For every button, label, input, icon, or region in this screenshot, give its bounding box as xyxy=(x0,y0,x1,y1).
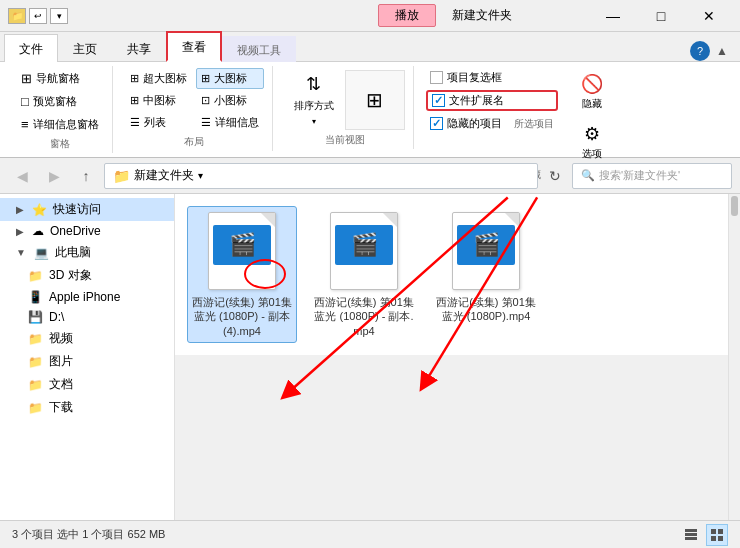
svg-rect-8 xyxy=(718,536,723,541)
sidebar-item-apple-iphone[interactable]: 📱 Apple iPhone xyxy=(0,287,174,307)
file-icon-1: 🎬 xyxy=(202,211,282,291)
btn-nav-pane[interactable]: ⊞ 导航窗格 xyxy=(16,68,104,89)
preview-icon: □ xyxy=(21,94,29,109)
up-button[interactable]: ↑ xyxy=(72,163,100,189)
forward-button[interactable]: ▶ xyxy=(40,163,68,189)
main-area: ▶ ⭐ 快速访问 ▶ ☁ OneDrive ▼ 💻 此电脑 📁 3D 对象 📱 … xyxy=(0,194,740,520)
sidebar-item-3d-objects[interactable]: 📁 3D 对象 xyxy=(0,264,174,287)
collapse-ribbon-icon[interactable]: ▲ xyxy=(716,44,728,58)
3d-objects-icon: 📁 xyxy=(28,269,43,283)
large-icon: ⊞ xyxy=(201,72,210,85)
downloads-icon: 📁 xyxy=(28,401,43,415)
scrollbar[interactable] xyxy=(728,194,740,520)
onedrive-arrow: ▶ xyxy=(16,226,24,237)
svg-rect-4 xyxy=(685,537,697,540)
item-checkbox-row[interactable]: 项目复选框 xyxy=(426,68,558,87)
close-button[interactable]: ✕ xyxy=(686,1,732,31)
d-drive-icon: 💾 xyxy=(28,310,43,324)
search-placeholder: 搜索'新建文件夹' xyxy=(599,168,680,183)
details-icon: ≡ xyxy=(21,117,29,132)
3d-objects-label: 3D 对象 xyxy=(49,267,92,284)
clapboard-icon-2: 🎬 xyxy=(351,232,378,258)
large-icons-view-button[interactable] xyxy=(706,524,728,546)
iphone-icon: 📱 xyxy=(28,290,43,304)
back-button[interactable]: ◀ xyxy=(8,163,36,189)
this-pc-label: 此电脑 xyxy=(55,244,91,261)
svg-rect-2 xyxy=(685,529,697,532)
options-icon: ⚙ xyxy=(584,123,600,145)
tab-home[interactable]: 主页 xyxy=(58,34,112,62)
video-strip-1: 🎬 xyxy=(213,225,271,265)
file-item-3[interactable]: 🎬 西游记(续集) 第01集 蓝光 (1080P).mp4 xyxy=(431,206,541,343)
quick-access-dropdown[interactable]: ▾ xyxy=(50,8,68,24)
current-view-content: ⇅ 排序方式 ▾ ⊞ xyxy=(285,68,405,131)
tab-video-tools[interactable]: 视频工具 xyxy=(222,36,296,62)
scrollbar-thumb[interactable] xyxy=(731,196,738,216)
maximize-button[interactable]: □ xyxy=(638,1,684,31)
sidebar-item-pictures[interactable]: 📁 图片 xyxy=(0,350,174,373)
clapboard-icon-1: 🎬 xyxy=(229,232,256,258)
file-item-2[interactable]: 🎬 西游记(续集) 第01集 蓝光 (1080P) - 副本.mp4 xyxy=(309,206,419,343)
title-bar: 📁 ↩ ▾ 播放 新建文件夹 — □ ✕ xyxy=(0,0,740,32)
ribbon-group-current-view: ⇅ 排序方式 ▾ ⊞ 当前视图 xyxy=(277,66,414,149)
file-ext-checkbox[interactable]: ✓ xyxy=(432,94,445,107)
ribbon-group-layout: ⊞ 超大图标 ⊞ 中图标 ☰ 列表 ⊞ 大图标 ⊡ xyxy=(117,66,273,151)
file-name-2: 西游记(续集) 第01集 蓝光 (1080P) - 副本.mp4 xyxy=(314,295,414,338)
undo-icon[interactable]: ↩ xyxy=(29,8,47,24)
view-toggle-buttons xyxy=(680,524,728,546)
documents-label: 文档 xyxy=(49,376,73,393)
sidebar-item-videos[interactable]: 📁 视频 xyxy=(0,327,174,350)
btn-small[interactable]: ⊡ 小图标 xyxy=(196,90,264,111)
videos-icon: 📁 xyxy=(28,332,43,346)
videos-label: 视频 xyxy=(49,330,73,347)
pane-group-content: ⊞ 导航窗格 □ 预览窗格 ≡ 详细信息窗格 xyxy=(16,68,104,135)
btn-extra-large[interactable]: ⊞ 超大图标 xyxy=(125,68,192,89)
item-check-checkbox[interactable] xyxy=(430,71,443,84)
file-area: 🎬 西游记(续集) 第01集 蓝光 (1080P) - 副本 (4).mp4 🎬 xyxy=(175,194,728,355)
sidebar-item-this-pc[interactable]: ▼ 💻 此电脑 xyxy=(0,241,174,264)
btn-details[interactable]: ☰ 详细信息 xyxy=(196,112,264,133)
sidebar-item-d-drive[interactable]: 💾 D:\ xyxy=(0,307,174,327)
search-box[interactable]: 🔍 搜索'新建文件夹' xyxy=(572,163,732,189)
pictures-icon: 📁 xyxy=(28,355,43,369)
hidden-items-row[interactable]: ✓ 隐藏的项目 所选项目 xyxy=(426,114,558,133)
sidebar-item-quick-access[interactable]: ▶ ⭐ 快速访问 xyxy=(0,198,174,221)
btn-options[interactable]: ⚙ 选项 xyxy=(570,118,614,166)
svg-rect-3 xyxy=(685,533,697,536)
refresh-button[interactable]: ↻ xyxy=(542,163,568,189)
address-path[interactable]: 📁 新建文件夹 ▾ xyxy=(104,163,538,189)
ribbon-group-pane: ⊞ 导航窗格 □ 预览窗格 ≡ 详细信息窗格 窗格 xyxy=(8,66,113,153)
file-page-1: 🎬 xyxy=(208,212,276,290)
btn-hide[interactable]: 🚫 隐藏 xyxy=(570,68,614,116)
minimize-button[interactable]: — xyxy=(590,1,636,31)
documents-icon: 📁 xyxy=(28,378,43,392)
file-ext-row[interactable]: ✓ 文件扩展名 xyxy=(426,90,558,111)
btn-preview-pane[interactable]: □ 预览窗格 xyxy=(16,91,104,112)
sidebar-item-onedrive[interactable]: ▶ ☁ OneDrive xyxy=(0,221,174,241)
file-icon-2: 🎬 xyxy=(324,211,404,291)
small-icon: ⊡ xyxy=(201,94,210,107)
current-view-label: 当前视图 xyxy=(285,133,405,147)
address-bar: ◀ ▶ ↑ 📁 新建文件夹 ▾ ↻ 🔍 搜索'新建文件夹' xyxy=(0,158,740,194)
pane-group-label: 窗格 xyxy=(16,137,104,151)
tab-file[interactable]: 文件 xyxy=(4,34,58,62)
address-dropdown[interactable]: ▾ xyxy=(198,170,203,181)
file-item-1[interactable]: 🎬 西游记(续集) 第01集 蓝光 (1080P) - 副本 (4).mp4 xyxy=(187,206,297,343)
list-icon: ☰ xyxy=(130,116,140,129)
help-icon[interactable]: ? xyxy=(690,41,710,61)
status-bar: 3 个项目 选中 1 个项目 652 MB xyxy=(0,520,740,548)
hidden-items-checkbox[interactable]: ✓ xyxy=(430,117,443,130)
sidebar-item-documents[interactable]: 📁 文档 xyxy=(0,373,174,396)
extra-large-icon: ⊞ xyxy=(130,72,139,85)
btn-large[interactable]: ⊞ 大图标 xyxy=(196,68,264,89)
btn-details-pane[interactable]: ≡ 详细信息窗格 xyxy=(16,114,104,135)
btn-medium[interactable]: ⊞ 中图标 xyxy=(125,90,192,111)
tab-share[interactable]: 共享 xyxy=(112,34,166,62)
tab-view[interactable]: 查看 xyxy=(166,31,222,62)
details-view-button[interactable] xyxy=(680,524,702,546)
btn-list[interactable]: ☰ 列表 xyxy=(125,112,192,133)
btn-sort[interactable]: ⇅ 排序方式 ▾ xyxy=(285,68,343,131)
file-page-3: 🎬 xyxy=(452,212,520,290)
sidebar-item-downloads[interactable]: 📁 下载 xyxy=(0,396,174,419)
show-hide-content: 项目复选框 ✓ 文件扩展名 ✓ 隐藏的项目 所选项目 🚫 隐藏 ⚙ xyxy=(426,68,614,166)
